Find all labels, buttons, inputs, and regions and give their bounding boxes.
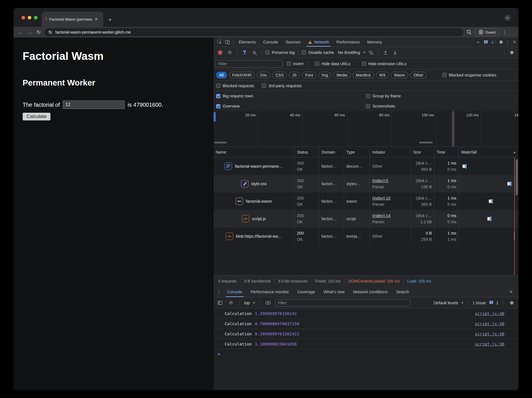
clear-console-icon[interactable]: ⊘ <box>227 300 235 306</box>
network-overview-timeline[interactable]: 20 ms 40 ms 60 ms 80 ms 100 ms 120 ms 14 <box>213 111 518 147</box>
tab-memory[interactable]: Memory <box>364 38 386 47</box>
url-text[interactable]: factorial-wasm-permanent-worker.glitch.m… <box>55 30 131 34</box>
tab-search-chevron-icon[interactable]: ∨ <box>504 15 511 21</box>
chip-doc[interactable]: Doc <box>257 72 270 78</box>
request-row-blob[interactable]: <>blob:https://factorial-wa… 200OK facto… <box>213 228 518 245</box>
profile-chip[interactable]: Guest <box>475 28 499 36</box>
issues-counter[interactable]: 1 Issue: 1 <box>472 301 498 305</box>
issues-icon[interactable] <box>482 40 490 44</box>
request-row-wasm[interactable]: WAfactorial.wasm 200OK factori… wasm (in… <box>213 193 518 210</box>
network-conditions-icon[interactable] <box>367 50 375 55</box>
devtools-settings-icon[interactable] <box>497 40 505 45</box>
table-scrollbar[interactable] <box>516 159 518 195</box>
big-request-rows-checkbox[interactable]: Big request rows <box>216 94 253 98</box>
col-initiator[interactable]: Initiator <box>370 147 411 157</box>
record-network-log-icon[interactable] <box>216 50 224 55</box>
macos-close-button[interactable] <box>21 16 25 19</box>
context-selector[interactable]: top▾ <box>244 301 255 305</box>
zoom-icon[interactable] <box>466 29 472 35</box>
col-size[interactable]: Size <box>411 147 434 157</box>
hide-extension-urls-checkbox[interactable]: Hide extension URLs <box>362 62 407 66</box>
preserve-log-checkbox[interactable]: Preserve log <box>265 50 295 55</box>
calculate-button[interactable]: Calculate <box>23 113 51 121</box>
source-link[interactable]: script.js:30 <box>475 332 504 336</box>
drawer-tab-network-conditions[interactable]: Network conditions <box>349 287 392 297</box>
search-icon[interactable] <box>250 51 258 54</box>
devtools-close-icon[interactable]: ✕ <box>513 40 516 45</box>
blocked-requests-checkbox[interactable]: Blocked requests <box>216 84 254 88</box>
console-settings-icon[interactable] <box>508 300 516 305</box>
macos-minimize-button[interactable] <box>28 16 31 19</box>
group-by-frame-checkbox[interactable]: Group by frame <box>366 94 401 98</box>
device-toolbar-icon[interactable] <box>224 40 231 45</box>
site-settings-icon[interactable] <box>48 30 52 34</box>
third-party-requests-checkbox[interactable]: 3rd-party requests <box>262 84 302 88</box>
col-name[interactable]: Name <box>213 147 295 157</box>
chip-js[interactable]: JS <box>289 72 300 78</box>
source-link[interactable]: script.js:30 <box>475 322 504 326</box>
initiator-link[interactable]: (index):10 <box>372 195 408 201</box>
col-time[interactable]: Time <box>434 147 459 157</box>
col-type[interactable]: Type <box>344 147 370 157</box>
log-levels-dropdown[interactable]: Default levels▾ <box>434 301 463 305</box>
chip-css[interactable]: CSS <box>272 72 287 78</box>
drawer-tab-search[interactable]: Search <box>392 287 413 297</box>
request-row-stylesheet[interactable]: style.css 200OK factori… styles… (index)… <box>213 175 518 193</box>
back-button[interactable]: ← <box>17 29 24 35</box>
sort-ascending-icon[interactable]: ▲ <box>513 150 516 154</box>
chip-fetch-xhr[interactable]: Fetch/XHR <box>229 72 255 78</box>
overview-checkbox[interactable]: Overview <box>216 104 240 108</box>
macos-zoom-button[interactable] <box>34 16 38 19</box>
console-sidebar-icon[interactable] <box>216 301 224 305</box>
import-har-icon[interactable] <box>382 50 389 55</box>
filter-icon[interactable] <box>241 51 249 54</box>
new-tab-button[interactable]: + <box>108 16 112 23</box>
eye-icon[interactable] <box>264 301 272 305</box>
drawer-tab-whats-new[interactable]: What's new <box>319 287 349 297</box>
network-settings-icon[interactable] <box>508 50 516 55</box>
tab-sources[interactable]: Sources <box>282 38 304 47</box>
tab-close-icon[interactable]: ✕ <box>95 17 98 21</box>
initiator-link[interactable]: (index):14 <box>372 213 408 219</box>
browser-tab[interactable]: ! Factorial Wasm (permanent W ✕ <box>42 12 103 27</box>
request-row-document[interactable]: factorial-wasm-permane… 200OK factori… d… <box>213 158 518 175</box>
tab-elements[interactable]: Elements <box>235 38 259 47</box>
col-status[interactable]: Status <box>295 147 319 157</box>
chip-media[interactable]: Media <box>333 72 350 78</box>
console-filter-input[interactable] <box>275 299 410 307</box>
drawer-tab-coverage[interactable]: Coverage <box>293 287 319 297</box>
request-row-script[interactable]: <>script.js 200OK factori… script (index… <box>213 210 518 228</box>
devtools-menu-icon[interactable]: ⋮ <box>505 39 510 45</box>
chip-other[interactable]: Other <box>410 72 426 78</box>
chip-wasm[interactable]: Wasm <box>391 72 408 78</box>
tab-network[interactable]: Network <box>304 38 333 47</box>
drawer-close-icon[interactable]: ✕ <box>509 289 513 294</box>
chip-ws[interactable]: WS <box>376 72 389 78</box>
hide-data-urls-checkbox[interactable]: Hide data URLs <box>315 62 350 66</box>
tab-console[interactable]: Console <box>259 38 282 47</box>
chip-font[interactable]: Font <box>302 72 316 78</box>
col-waterfall[interactable]: Waterfall ▲ <box>459 147 518 157</box>
tab-performance[interactable]: Performance <box>333 38 364 47</box>
blocked-response-cookies-checkbox[interactable]: Blocked response cookies <box>442 73 496 77</box>
timeline-selection-handle[interactable] <box>214 112 216 122</box>
chip-all[interactable]: All <box>216 72 227 78</box>
address-bar[interactable]: factorial-wasm-permanent-worker.glitch.m… <box>45 28 463 36</box>
source-link[interactable]: script.js:30 <box>475 311 504 316</box>
disable-cache-checkbox[interactable]: Disable cache <box>302 50 334 55</box>
inspect-element-icon[interactable] <box>216 40 224 45</box>
forward-button[interactable]: → <box>27 29 33 35</box>
factorial-input[interactable] <box>63 100 125 109</box>
screenshots-checkbox[interactable]: Screenshots <box>366 104 395 108</box>
browser-menu-button[interactable]: ⋮ <box>502 29 507 35</box>
initiator-link[interactable]: (index):5 <box>372 178 408 184</box>
chip-manifest[interactable]: Manifest <box>353 72 374 78</box>
col-domain[interactable]: Domain <box>319 147 344 157</box>
more-tabs-icon[interactable]: » <box>477 39 479 45</box>
console-prompt[interactable]: > <box>213 349 518 359</box>
network-filter-input[interactable] <box>215 60 283 67</box>
export-har-icon[interactable] <box>391 50 399 55</box>
throttling-dropdown[interactable]: No throttling▾ <box>338 50 365 55</box>
invert-checkbox[interactable]: Invert <box>287 62 303 66</box>
chip-img[interactable]: Img <box>318 72 331 78</box>
